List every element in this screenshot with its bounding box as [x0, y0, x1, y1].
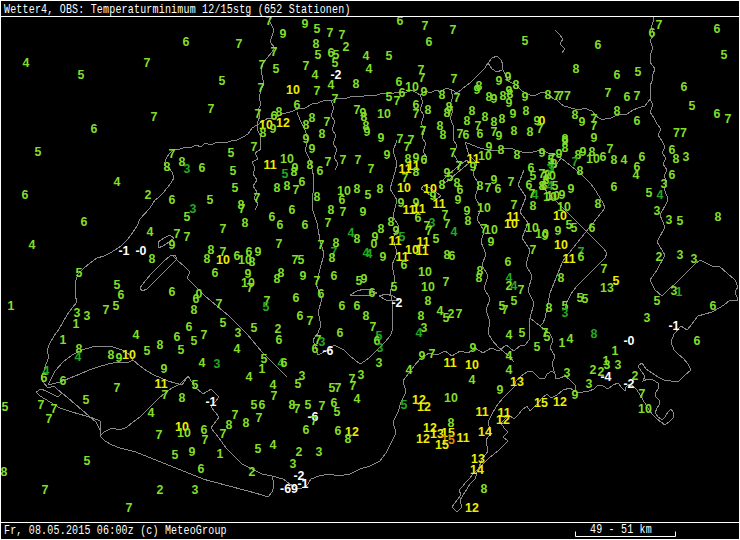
svg-text:10: 10: [397, 181, 411, 195]
svg-text:7: 7: [251, 140, 258, 154]
svg-text:4: 4: [451, 225, 458, 239]
svg-text:6: 6: [174, 330, 181, 344]
svg-text:7: 7: [258, 81, 265, 95]
svg-text:7: 7: [259, 58, 266, 72]
svg-text:77: 77: [673, 126, 687, 140]
svg-text:3: 3: [654, 204, 661, 218]
svg-text:5: 5: [433, 232, 440, 246]
svg-text:1: 1: [559, 336, 566, 350]
svg-text:6: 6: [369, 286, 376, 300]
svg-text:7: 7: [397, 132, 404, 146]
svg-text:2: 2: [296, 445, 303, 459]
svg-text:6: 6: [463, 128, 470, 142]
svg-text:5: 5: [295, 377, 302, 391]
svg-text:11: 11: [415, 244, 428, 258]
svg-text:6: 6: [281, 356, 288, 370]
svg-text:4: 4: [354, 392, 361, 406]
svg-text:7: 7: [311, 414, 318, 428]
svg-text:7: 7: [38, 398, 45, 412]
svg-text:3: 3: [376, 356, 383, 370]
svg-text:8: 8: [595, 197, 602, 211]
svg-text:2: 2: [157, 483, 164, 497]
svg-text:7: 7: [605, 86, 612, 100]
svg-text:5: 5: [178, 343, 185, 357]
svg-text:8: 8: [243, 416, 250, 430]
svg-text:7: 7: [220, 222, 227, 236]
svg-text:7: 7: [413, 107, 420, 121]
svg-text:1: 1: [60, 333, 67, 347]
svg-text:7: 7: [443, 275, 450, 289]
svg-text:5: 5: [334, 405, 341, 419]
svg-text:8: 8: [314, 190, 321, 204]
svg-text:-69: -69: [280, 482, 298, 496]
svg-text:6: 6: [449, 249, 456, 263]
svg-text:2: 2: [145, 188, 152, 202]
svg-text:7: 7: [450, 146, 457, 160]
svg-text:8: 8: [577, 164, 584, 178]
svg-text:4: 4: [567, 332, 574, 346]
svg-text:6: 6: [634, 114, 641, 128]
svg-text:7: 7: [271, 45, 278, 59]
svg-text:3: 3: [214, 357, 221, 371]
svg-text:8: 8: [425, 294, 432, 308]
svg-text:3: 3: [691, 252, 698, 266]
svg-text:9: 9: [470, 160, 477, 174]
svg-text:7: 7: [256, 411, 263, 425]
svg-text:8: 8: [715, 210, 722, 224]
svg-text:-1: -1: [668, 319, 679, 333]
svg-text:7: 7: [325, 216, 332, 230]
svg-text:9: 9: [488, 235, 495, 249]
svg-text:9: 9: [572, 388, 579, 402]
svg-text:6: 6: [259, 398, 266, 412]
svg-text:9: 9: [270, 122, 277, 136]
svg-text:3: 3: [564, 366, 571, 380]
svg-text:12: 12: [465, 501, 479, 515]
svg-text:3: 3: [316, 445, 323, 459]
svg-text:7: 7: [216, 297, 223, 311]
svg-text:6: 6: [710, 299, 717, 313]
svg-text:9: 9: [486, 140, 493, 154]
svg-text:1: 1: [259, 362, 266, 376]
svg-text:7: 7: [318, 238, 325, 252]
svg-text:11: 11: [388, 234, 401, 248]
svg-text:2: 2: [343, 40, 350, 54]
svg-text:12: 12: [496, 413, 510, 427]
svg-text:8: 8: [482, 110, 489, 124]
svg-text:-1: -1: [205, 395, 216, 409]
svg-text:10: 10: [418, 265, 432, 279]
svg-text:5: 5: [2, 400, 9, 414]
svg-text:6: 6: [595, 38, 602, 52]
svg-text:7: 7: [355, 153, 362, 167]
svg-text:8: 8: [439, 178, 446, 192]
svg-text:1: 1: [8, 299, 15, 313]
svg-text:10: 10: [405, 80, 419, 94]
svg-text:4: 4: [234, 342, 241, 356]
svg-text:4: 4: [114, 175, 121, 189]
svg-text:4: 4: [506, 349, 513, 363]
svg-text:8: 8: [309, 111, 316, 125]
svg-text:8: 8: [545, 88, 552, 102]
svg-text:5: 5: [83, 393, 90, 407]
svg-text:10: 10: [465, 358, 479, 372]
svg-text:11: 11: [475, 405, 488, 419]
svg-text:5: 5: [207, 193, 214, 207]
svg-text:Fr, 08.05.2015 06:00z (c) Mete: Fr, 08.05.2015 06:00z (c) MeteoGroup: [4, 524, 227, 537]
svg-text:10: 10: [421, 280, 435, 294]
svg-text:6: 6: [299, 175, 306, 189]
svg-text:7: 7: [202, 433, 209, 447]
svg-text:8: 8: [354, 232, 361, 246]
svg-text:7: 7: [220, 427, 227, 441]
svg-text:9: 9: [384, 148, 391, 162]
svg-text:9: 9: [280, 27, 287, 41]
svg-text:6: 6: [415, 211, 422, 225]
svg-text:6: 6: [495, 182, 502, 196]
svg-text:14: 14: [478, 425, 492, 439]
svg-text:7: 7: [114, 381, 121, 395]
svg-text:6: 6: [183, 35, 190, 49]
svg-text:8: 8: [572, 108, 579, 122]
svg-text:1: 1: [612, 344, 619, 358]
svg-text:1: 1: [217, 447, 224, 461]
svg-text:5: 5: [365, 188, 372, 202]
svg-text:12: 12: [417, 400, 431, 414]
svg-text:7: 7: [319, 399, 326, 413]
